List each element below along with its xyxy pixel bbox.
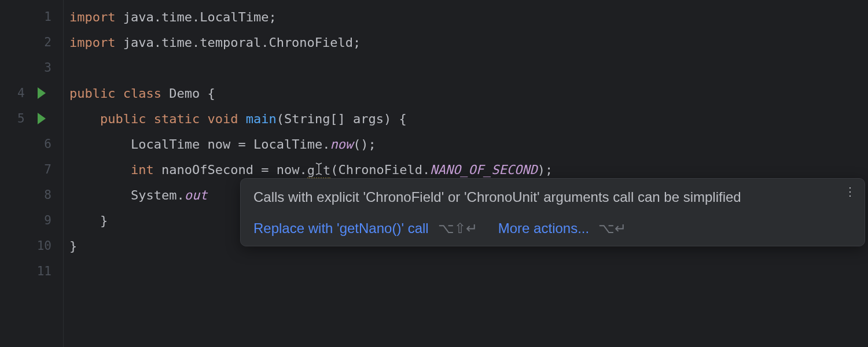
- gutter-line: 2: [0, 29, 63, 55]
- gutter-line: 5: [0, 106, 63, 131]
- code-line: import java.time.LocalTime;: [69, 4, 553, 29]
- line-number: 8: [44, 188, 52, 202]
- quickfix-replace[interactable]: Replace with 'getNano()' call: [253, 220, 429, 236]
- run-icon[interactable]: [38, 113, 46, 124]
- inspection-message: Calls with explicit 'ChronoField' or 'Ch…: [253, 189, 852, 205]
- tooltip-actions: Replace with 'getNano()' call ⌥⇧↵ More a…: [253, 220, 852, 237]
- gutter-line: 7: [0, 157, 63, 182]
- inspection-tooltip: ⋮ Calls with explicit 'ChronoField' or '…: [240, 178, 865, 246]
- code-line: LocalTime now = LocalTime.now();: [69, 131, 553, 157]
- code-line: [69, 55, 553, 80]
- inspection-warning[interactable]: gt: [307, 161, 331, 179]
- gutter-line: 11: [0, 259, 63, 284]
- gutter-line: 10: [0, 233, 63, 259]
- line-number: 2: [44, 35, 52, 49]
- gutter: 1 2 3 4 5 6 7 8 9 10 11: [0, 0, 64, 347]
- line-number: 5: [17, 112, 25, 125]
- shortcut-hint: ⌥↵: [598, 220, 626, 236]
- code-line: public static void main(String[] args) {: [69, 106, 553, 131]
- gutter-line: 8: [0, 182, 63, 208]
- code-line: [69, 259, 553, 284]
- gutter-line: 6: [0, 131, 63, 157]
- gutter-line: 1: [0, 4, 63, 29]
- more-actions-link[interactable]: More actions...: [498, 220, 589, 236]
- line-number: 7: [44, 163, 52, 176]
- line-number: 4: [17, 86, 25, 100]
- gutter-line: 9: [0, 208, 63, 233]
- code-editor[interactable]: 1 2 3 4 5 6 7 8 9 10 11 import java.time…: [0, 0, 868, 347]
- code-line: import java.time.temporal.ChronoField;: [69, 29, 553, 55]
- line-number: 6: [44, 137, 52, 151]
- more-options-icon[interactable]: ⋮: [844, 184, 856, 198]
- line-number: 10: [37, 239, 52, 253]
- text-cursor-icon: [315, 162, 323, 179]
- line-number: 9: [44, 213, 52, 227]
- code-area[interactable]: import java.time.LocalTime; import java.…: [64, 0, 553, 347]
- code-line: public class Demo {: [69, 80, 553, 106]
- gutter-line: 3: [0, 55, 63, 80]
- run-icon[interactable]: [38, 87, 46, 99]
- shortcut-hint: ⌥⇧↵: [438, 220, 477, 236]
- line-number: 1: [44, 10, 52, 24]
- gutter-line: 4: [0, 80, 63, 106]
- line-number: 11: [37, 264, 52, 278]
- line-number: 3: [44, 61, 52, 75]
